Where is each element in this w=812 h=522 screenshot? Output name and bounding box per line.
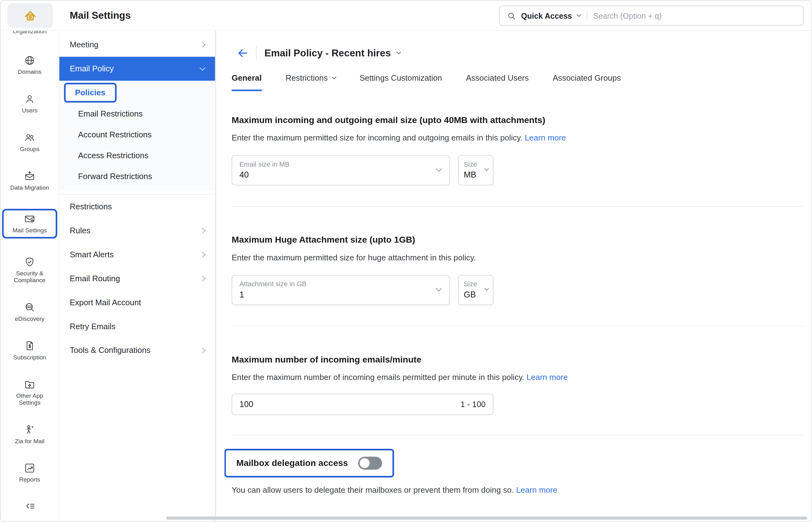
policy-title-dropdown-icon[interactable] (396, 50, 401, 54)
rail-item-data-migration[interactable]: Data Migration (1, 170, 59, 191)
page-title: Mail Settings (70, 9, 131, 21)
email-policy-submenu: Policies Email Restrictions Account Rest… (60, 81, 215, 190)
search-divider (587, 10, 587, 21)
left-rail: Organization Domains Users Groups (1, 31, 60, 521)
submenu-item-email-restrictions[interactable]: Email Restrictions (60, 104, 215, 125)
tab-restrictions[interactable]: Restrictions (286, 74, 335, 91)
menu-item-meeting[interactable]: Meeting (60, 33, 215, 57)
section-desc-mailbox-delegation: You can allow users to delegate their ma… (232, 485, 803, 495)
learn-more-link[interactable]: Learn more (516, 485, 558, 494)
section-divider (232, 435, 803, 436)
incoming-rate-input[interactable]: 100 1 - 100 (232, 394, 494, 415)
mailbox-delegation-highlight: Mailbox delegation access (225, 449, 394, 478)
attachment-size-select[interactable]: Attachment size in GB 1 (232, 275, 450, 305)
main-content: Email Policy - Recent hires General Rest… (215, 31, 811, 521)
attachment-size-unit-select[interactable]: Size GB (458, 275, 494, 305)
crumb-divider (256, 46, 257, 60)
chevron-right-icon (200, 252, 206, 258)
rail-item-security-compliance[interactable]: Security & Compliance (1, 256, 59, 284)
section-heading-email-size: Maximum incoming and outgoing email size… (232, 115, 803, 125)
discovery-globe-icon (24, 301, 36, 313)
submenu-item-forward-restrictions[interactable]: Forward Restrictions (60, 166, 215, 187)
tab-associated-users[interactable]: Associated Users (466, 74, 529, 91)
quick-access-dropdown[interactable]: Quick Access (521, 11, 572, 20)
tab-general[interactable]: General (232, 74, 262, 91)
users-icon (24, 132, 36, 143)
menu-item-retry-emails[interactable]: Retry Emails (60, 315, 215, 339)
tab-settings-customization[interactable]: Settings Customization (360, 74, 442, 91)
mail-export-icon (24, 170, 36, 182)
chevron-down-icon (577, 13, 581, 17)
mailbox-delegation-toggle[interactable] (358, 457, 382, 470)
rail-item-other-app-settings[interactable]: Other App Settings (1, 378, 59, 406)
report-chart-icon (24, 462, 36, 474)
section-heading-incoming-rate: Maximum number of incoming emails/minute (232, 355, 803, 365)
home-logo-icon (22, 7, 38, 23)
section-desc-attachment-size: Enter the maximum permitted size for hug… (232, 253, 803, 262)
menu-item-tools-configurations[interactable]: Tools & Configurations (60, 339, 215, 363)
email-size-select[interactable]: Email size in MB 40 (232, 155, 450, 185)
menu-item-rules[interactable]: Rules (60, 219, 215, 243)
chevron-right-icon (200, 347, 206, 354)
policy-title: Email Policy - Recent hires (264, 47, 391, 59)
menu-item-email-routing[interactable]: Email Routing (60, 267, 215, 290)
unit-label: Size (464, 280, 488, 288)
learn-more-link[interactable]: Learn more (526, 373, 568, 382)
chevron-right-icon (200, 276, 206, 282)
zia-person-icon (24, 424, 36, 436)
rail-item-organization[interactable]: Organization (1, 31, 59, 37)
toggle-knob (360, 458, 370, 468)
global-search[interactable]: Quick Access Search (Option + q) (499, 6, 804, 25)
incoming-rate-range-hint: 1 - 100 (460, 400, 486, 409)
horizontal-scrollbar[interactable] (166, 516, 807, 520)
rail-item-reports[interactable]: Reports (1, 462, 59, 483)
rail-item-users[interactable]: Users (1, 93, 59, 114)
chevron-down-icon (332, 75, 336, 79)
app-logo-tile (7, 3, 53, 28)
app-window: Mail Settings Quick Access Search (Optio… (0, 0, 812, 522)
section-desc-email-size: Enter the maximum permitted size for inc… (232, 133, 803, 143)
search-input[interactable]: Search (Option + q) (594, 11, 662, 20)
shield-check-icon (24, 256, 36, 268)
menu-item-smart-alerts[interactable]: Smart Alerts (60, 243, 215, 267)
menu-item-export-mail-account[interactable]: Export Mail Account (60, 290, 215, 315)
collapse-sidebar-icon (24, 501, 36, 512)
rail-item-subscription[interactable]: Subscription (1, 340, 59, 361)
search-icon (507, 11, 516, 20)
section-divider (232, 206, 803, 207)
submenu-item-policies[interactable]: Policies (64, 83, 117, 103)
globe-icon (24, 55, 36, 66)
email-size-unit-select[interactable]: Size MB (458, 155, 494, 185)
policy-tabs: General Restrictions Settings Customizat… (232, 74, 803, 91)
incoming-rate-value: 100 (240, 400, 253, 409)
chevron-right-icon (200, 42, 206, 48)
section-heading-attachment-size: Maximum Huge Attachment size (upto 1GB) (232, 235, 803, 245)
collapse-sidebar-button[interactable] (1, 501, 60, 514)
unit-label: Size (464, 160, 488, 168)
rail-item-groups[interactable]: Groups (1, 132, 59, 153)
submenu-item-account-restrictions[interactable]: Account Restrictions (60, 125, 215, 145)
mail-gear-icon (24, 213, 36, 224)
rail-item-domains[interactable]: Domains (1, 55, 59, 76)
folder-gear-icon (24, 378, 36, 390)
menu-item-email-policy[interactable]: Email Policy (60, 57, 215, 81)
learn-more-link[interactable]: Learn more (525, 133, 566, 142)
mail-settings-menu: Meeting Email Policy Policies Email Rest… (60, 31, 216, 521)
email-size-value: 40 (240, 170, 442, 180)
mailbox-delegation-label: Mailbox delegation access (236, 458, 348, 468)
rail-item-mail-settings[interactable]: Mail Settings (2, 209, 57, 238)
topbar: Mail Settings Quick Access Search (Optio… (1, 1, 812, 31)
submenu-item-access-restrictions[interactable]: Access Restrictions (60, 145, 215, 166)
chevron-down-icon (200, 65, 206, 71)
rail-item-zia-for-mail[interactable]: Zia for Mail (1, 424, 59, 445)
tab-associated-groups[interactable]: Associated Groups (553, 74, 621, 91)
section-desc-incoming-rate: Enter the maximum number of incoming ema… (232, 373, 803, 382)
attachment-size-value: 1 (240, 290, 442, 299)
chevron-right-icon (200, 228, 206, 234)
app-logo[interactable] (1, 0, 60, 31)
menu-item-restrictions[interactable]: Restrictions (60, 195, 215, 219)
email-size-label: Email size in MB (240, 160, 442, 168)
unit-value: MB (464, 170, 488, 180)
back-button[interactable] (236, 47, 249, 59)
rail-item-ediscovery[interactable]: eDiscovery (1, 301, 59, 322)
